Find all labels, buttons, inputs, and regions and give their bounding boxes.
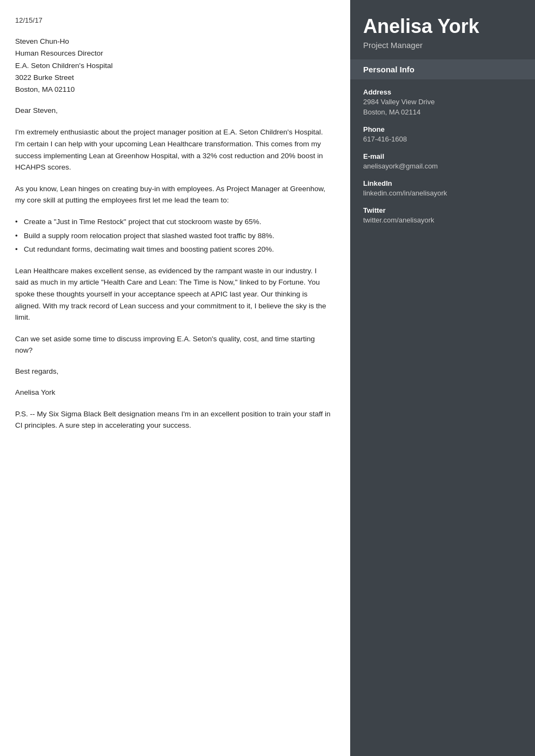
linkedin-item: LinkedIn linkedin.com/in/anelisayork [363,179,522,199]
recipient-org: E.A. Seton Children's Hospital [15,60,331,72]
ps-note: P.S. -- My Six Sigma Black Belt designat… [15,408,331,431]
phone-item: Phone 617-416-1608 [363,125,522,145]
page-layout: 12/15/17 Steven Chun-Ho Human Resources … [0,0,535,756]
address-item: Address 2984 Valley View Drive Boston, M… [363,88,522,118]
candidate-job-title: Project Manager [363,40,522,50]
address-label: Address [363,88,522,96]
sidebar: Anelisa York Project Manager Personal In… [350,0,535,756]
linkedin-value: linkedin.com/in/anelisayork [363,188,522,199]
paragraph-1: I'm extremely enthusiastic about the pro… [15,126,331,173]
email-label: E-mail [363,152,522,160]
recipient-street: 3022 Burke Street [15,72,331,84]
personal-info-header: Personal Info [350,59,535,79]
recipient-block: Steven Chun-Ho Human Resources Director … [15,36,331,96]
linkedin-label: LinkedIn [363,179,522,187]
address-line2: Boston, MA 02114 [363,107,522,118]
paragraph-4: Can we set aside some time to discuss im… [15,333,331,356]
twitter-item: Twitter twitter.com/anelisayork [363,206,522,226]
signature-name: Anelisa York [15,387,331,399]
cover-letter-section: 12/15/17 Steven Chun-Ho Human Resources … [0,0,350,756]
bullet-item-1: Create a "Just in Time Restock" project … [15,216,331,228]
recipient-title: Human Resources Director [15,48,331,59]
sidebar-header: Anelisa York Project Manager [350,0,535,59]
twitter-value: twitter.com/anelisayork [363,215,522,226]
salutation: Dear Steven, [15,105,331,117]
phone-value: 617-416-1608 [363,134,522,145]
phone-label: Phone [363,125,522,133]
letter-date: 12/15/17 [15,15,331,26]
personal-info-body: Address 2984 Valley View Drive Boston, M… [350,79,535,241]
twitter-label: Twitter [363,206,522,214]
recipient-city: Boston, MA 02110 [15,84,331,96]
bullet-list: Create a "Just in Time Restock" project … [15,216,331,255]
email-item: E-mail anelisayork@gmail.com [363,152,522,172]
closing: Best regards, [15,366,331,377]
paragraph-3: Lean Healthcare makes excellent sense, a… [15,265,331,323]
address-line1: 2984 Valley View Drive [363,97,522,107]
recipient-name: Steven Chun-Ho [15,36,331,48]
paragraph-2: As you know, Lean hinges on creating buy… [15,183,331,206]
bullet-item-3: Cut redundant forms, decimating wait tim… [15,244,331,255]
email-value: anelisayork@gmail.com [363,161,522,172]
bullet-item-2: Build a supply room relocation project t… [15,230,331,242]
candidate-name: Anelisa York [363,15,522,37]
